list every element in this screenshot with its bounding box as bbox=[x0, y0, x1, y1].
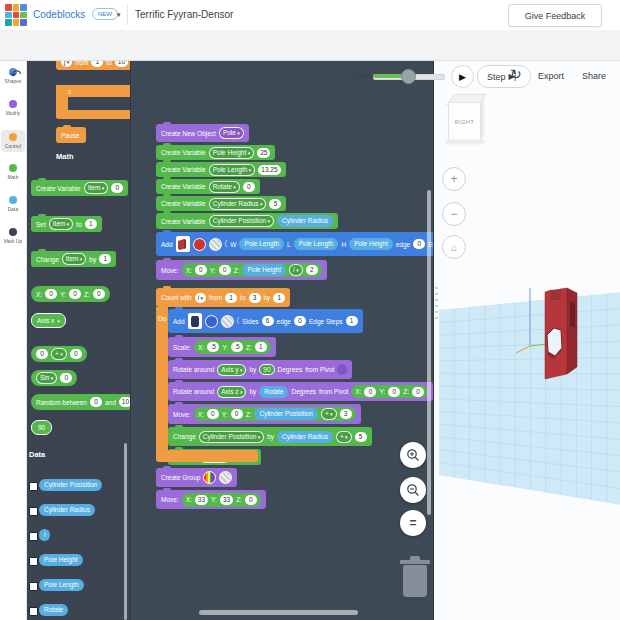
variable-pill[interactable]: Cylinder Posisition bbox=[39, 479, 102, 491]
sidebar-item-math[interactable]: Math bbox=[1, 164, 25, 180]
trash-icon[interactable] bbox=[400, 560, 430, 564]
palette-block-do-bottom bbox=[56, 110, 130, 119]
block-create-variable[interactable]: Create Variable Cylinder Posisition Cyli… bbox=[156, 213, 338, 229]
palette-block-number[interactable]: 90 bbox=[31, 420, 52, 435]
block-count-with[interactable]: Count with i from1 to3 by1 bbox=[156, 288, 290, 307]
palette-block-arithmetic[interactable]: 0 + 0 bbox=[31, 346, 87, 362]
variable-pill[interactable]: Rotate bbox=[39, 604, 68, 616]
variable-checkbox[interactable] bbox=[29, 582, 38, 591]
viewcube[interactable]: RIGHT bbox=[448, 102, 481, 142]
zoom-out-button[interactable] bbox=[400, 477, 426, 503]
palette-block-pause[interactable]: Pause bbox=[56, 127, 86, 143]
vector-input[interactable]: X:.5 Y:.5 Z:1 bbox=[194, 340, 271, 354]
scene-3d bbox=[434, 60, 620, 620]
material-swatch[interactable] bbox=[209, 238, 222, 251]
block-rotate-around[interactable]: Rotate around Axis y by 90 Degrees from … bbox=[168, 360, 352, 379]
home-view-button[interactable]: ⌂ bbox=[442, 235, 466, 259]
block-create-variable[interactable]: Create Variable Cylinder Radius 5 bbox=[156, 196, 286, 211]
viewport-zoom-in-button[interactable]: + bbox=[442, 167, 466, 191]
speed-slider-handle[interactable] bbox=[401, 69, 416, 84]
block-move[interactable]: Move: X:33 Y:33 Z:0 bbox=[156, 490, 266, 509]
toolbar: ↶ ↷ Speed ▶ Step ▶▏ ↻ Export Share bbox=[0, 30, 620, 61]
modify-icon bbox=[9, 100, 17, 108]
block-move[interactable]: Move: X:0 Y:0 Z: Pole Height / 2 bbox=[156, 260, 327, 280]
ruler-ticks bbox=[435, 288, 438, 318]
data-icon bbox=[9, 196, 17, 204]
variable-checkbox[interactable] bbox=[29, 482, 38, 491]
block-rotate-around[interactable]: Rotate around Axis z by Rotate Degrees f… bbox=[168, 382, 433, 401]
palette-scrollbar[interactable] bbox=[124, 443, 127, 620]
block-create-variable[interactable]: Create Variable Pole Length 13.25 bbox=[156, 162, 286, 177]
give-feedback-button[interactable]: Give Feedback bbox=[508, 4, 602, 27]
sidebar-item-modify[interactable]: Modify bbox=[1, 100, 25, 116]
multicolor-swatch[interactable] bbox=[203, 471, 216, 484]
block-create-variable[interactable]: Create Variable Pole Height 25 bbox=[156, 145, 275, 160]
canvas-vertical-scrollbar[interactable] bbox=[427, 190, 431, 515]
palette-block-axis[interactable]: Axis x▾ bbox=[31, 313, 66, 328]
document-title[interactable]: Terrific Fyyran-Densor bbox=[135, 9, 233, 20]
empty-pivot-slot[interactable] bbox=[337, 364, 347, 375]
variable-pill[interactable]: i bbox=[39, 529, 50, 541]
palette-block-create-variable[interactable]: Create Variable Item 0 bbox=[31, 180, 128, 196]
vector-input[interactable]: X:0 Y:0 Z: Cylinder Posisition + 3 bbox=[194, 407, 356, 421]
palette-block-vector[interactable]: X:0 Y:0 Z:0 bbox=[31, 286, 110, 302]
material-swatch[interactable] bbox=[221, 315, 234, 328]
code-canvas[interactable]: Create New Object Pole Create Variable P… bbox=[130, 60, 433, 620]
app-header: Codeblocks NEW ▾ Terrific Fyyran-Densor … bbox=[0, 0, 620, 31]
variable-checkbox[interactable] bbox=[29, 532, 38, 541]
app-name: Codeblocks bbox=[33, 9, 85, 20]
math-icon bbox=[9, 164, 17, 172]
sidebar-item-markup[interactable]: Mark Up bbox=[1, 228, 25, 244]
sidebar-item-control[interactable]: Control bbox=[1, 130, 25, 152]
block-add-box[interactable]: Add 〈 WPole Length LPole Length HPole He… bbox=[156, 232, 433, 256]
block-scale[interactable]: Scale: X:.5 Y:.5 Z:1 bbox=[168, 337, 276, 357]
do-label: Do bbox=[158, 315, 166, 322]
block-create-group[interactable]: Create Group bbox=[156, 468, 237, 487]
variable-checkbox[interactable] bbox=[29, 557, 38, 566]
play-button[interactable]: ▶ bbox=[451, 65, 474, 88]
block-add-cylinder[interactable]: Add 〈 Sides6 edge0 Edge Steps1 bbox=[168, 309, 363, 333]
restart-button[interactable]: ↻ bbox=[510, 66, 522, 82]
count-loop-bottom bbox=[156, 450, 258, 462]
redo-button[interactable]: ↷ bbox=[30, 68, 41, 81]
viewport-3d[interactable]: RIGHT + − ⌂ bbox=[432, 60, 620, 620]
block-change[interactable]: Change Cylinder Posisition by Cylinder R… bbox=[168, 427, 372, 446]
palette-block-count-with[interactable]: j from 1 to 10 bbox=[56, 60, 130, 70]
color-swatch[interactable] bbox=[193, 238, 206, 251]
shape-preview-box[interactable] bbox=[188, 313, 202, 329]
vector-input[interactable]: X:33 Y:33 Z:0 bbox=[182, 493, 261, 507]
fit-view-button[interactable]: = bbox=[400, 510, 426, 536]
sidebar-item-data[interactable]: Data bbox=[1, 196, 25, 212]
step-button[interactable]: Step ▶▏ bbox=[477, 65, 531, 88]
control-icon bbox=[9, 133, 17, 141]
viewport-zoom-out-button[interactable]: − bbox=[442, 202, 466, 226]
red-box-icon bbox=[177, 238, 188, 251]
chevron-down-icon[interactable]: ▾ bbox=[117, 11, 121, 19]
tinkercad-logo-icon[interactable] bbox=[5, 4, 27, 26]
share-button[interactable]: Share bbox=[582, 71, 606, 81]
variable-pill[interactable]: Pole Length bbox=[39, 579, 84, 591]
red-pole-object[interactable] bbox=[545, 288, 577, 379]
palette-block-set[interactable]: Set Item to 1 bbox=[31, 216, 102, 232]
undo-button[interactable]: ↶ bbox=[10, 68, 21, 81]
block-create-variable[interactable]: Create Variable Rotate 0 bbox=[156, 179, 260, 194]
palette-block-change[interactable]: Change Item by 1 bbox=[31, 251, 116, 267]
zoom-in-button[interactable] bbox=[400, 442, 426, 468]
variable-pill[interactable]: Cylinder Radius bbox=[39, 504, 95, 516]
vector-input[interactable]: X:0 Y:0 Z: Pole Height / 2 bbox=[182, 263, 322, 277]
header-divider bbox=[127, 5, 128, 25]
palette-block-random[interactable]: Random between 0 and 10 bbox=[31, 394, 130, 410]
variable-pill[interactable]: Pole Height bbox=[39, 554, 83, 566]
variable-checkbox[interactable] bbox=[29, 607, 38, 616]
material-swatch[interactable] bbox=[219, 471, 232, 484]
color-swatch[interactable] bbox=[205, 315, 218, 328]
shape-preview-box[interactable] bbox=[176, 236, 190, 252]
vector-input[interactable]: X:0 Y:0 Z:0 bbox=[351, 385, 428, 398]
variable-checkbox[interactable] bbox=[29, 507, 38, 516]
palette-block-sin[interactable]: Sin 0 bbox=[31, 370, 77, 386]
magnifier-plus-icon bbox=[406, 448, 420, 462]
canvas-horizontal-scrollbar[interactable] bbox=[199, 610, 358, 615]
block-move[interactable]: Move: X:0 Y:0 Z: Cylinder Posisition + 3 bbox=[168, 404, 361, 424]
export-button[interactable]: Export bbox=[538, 71, 564, 81]
block-create-new-object[interactable]: Create New Object Pole bbox=[156, 124, 249, 142]
